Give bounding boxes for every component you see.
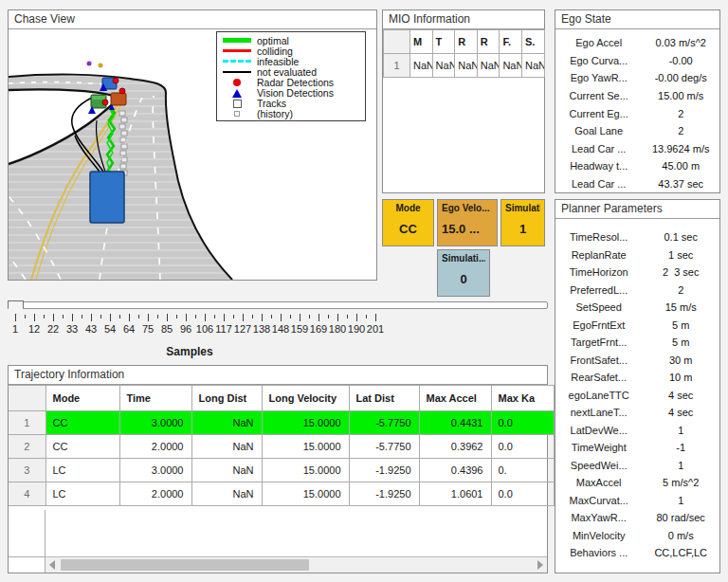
trajectory-cell: NaN: [191, 411, 262, 435]
param-label: TimeWeight: [555, 442, 642, 453]
trajectory-cell: LC: [46, 459, 119, 482]
trajectory-cell: NaN: [191, 435, 262, 459]
legend-item: colliding: [221, 45, 361, 56]
param-value: 0.1 sec: [642, 231, 719, 243]
trajectory-row[interactable]: 2CC2.0000NaN15.0000-5.77500.39620.0: [9, 435, 554, 459]
param-label: nextLaneT...: [555, 407, 642, 418]
triangle-icon: [221, 89, 253, 98]
param-row: FrontSafet...30 m: [555, 352, 719, 370]
mio-column-header: T: [432, 30, 455, 54]
param-label: Headway t...: [555, 160, 642, 172]
mio-title: MIO Information: [383, 10, 544, 29]
param-value: 4 sec: [642, 390, 719, 401]
mio-cell: NaN: [432, 54, 455, 78]
samples-slider-thumb[interactable]: [8, 300, 24, 315]
slider-tick-label: 159: [291, 323, 308, 335]
row-header-column-extension: [9, 510, 46, 558]
legend-item: Radar Detections: [221, 77, 361, 87]
trajectory-column-header: Mode: [46, 386, 119, 411]
slider-tick: [318, 314, 319, 321]
param-value: 4 sec: [642, 407, 719, 418]
param-row: LatDevWe...1: [555, 422, 719, 440]
mio-cell: NaN: [410, 54, 433, 78]
slider-tick-label: 148: [272, 323, 289, 335]
param-label: Lead Car ...: [555, 178, 642, 190]
row-number: 2: [9, 435, 46, 459]
ego-vehicle: [90, 172, 124, 223]
slider-tick: [110, 314, 111, 321]
dashed-icon: [221, 60, 253, 63]
slider-minor-tick: [347, 315, 348, 318]
blue-car: [100, 78, 118, 91]
trajectory-row[interactable]: 3LC3.0000NaN15.0000-1.92500.43960.: [9, 459, 554, 482]
mio-information-panel: MIO Information MTRRF.S. 1NaNNaNNaNNaNNa…: [382, 9, 545, 193]
param-value: 45.00 m: [642, 160, 719, 172]
scrollbar-left-arrow-icon[interactable]: [49, 560, 55, 570]
param-row: SpeedWei...1: [555, 457, 719, 475]
slider-minor-tick: [44, 315, 45, 318]
trajectory-cell: 0.0: [491, 435, 554, 459]
legend-item-label: (history): [253, 108, 293, 119]
param-label: Behaviors ...: [555, 547, 642, 558]
param-label: TimeResol...: [555, 231, 642, 243]
row-number: 1: [384, 54, 410, 78]
param-label: EgoFrntExt: [555, 319, 642, 331]
param-label: Ego Accel: [555, 37, 642, 48]
mio-cell: NaN: [521, 54, 544, 78]
trajectory-row[interactable]: 1CC3.0000NaN15.0000-5.77500.44310.0: [9, 411, 554, 435]
param-row: Ego Curva...-0.00: [555, 52, 719, 70]
trajectory-cell: 15.0000: [262, 411, 349, 435]
radar-detection-icon: [113, 78, 118, 83]
trajectory-cell: 0.0: [491, 411, 554, 435]
mio-row[interactable]: 1NaNNaNNaNNaNNaNNaN: [384, 54, 545, 78]
param-row: Lead Car ...43.37 sec: [555, 175, 719, 193]
param-row: TimeWeight-1: [555, 439, 719, 457]
slider-tick-label: 138: [253, 323, 270, 335]
ego-velocity-box: Ego Velo... 15.0 ...: [437, 199, 498, 246]
param-value: 80 rad/sec: [642, 512, 719, 523]
mio-cell: NaN: [477, 54, 500, 78]
mode-box-value: CC: [387, 222, 429, 236]
slider-tick-label: 64: [123, 323, 135, 335]
chase-view-title: Chase View: [9, 10, 376, 29]
trajectory-column-header: Long Dist: [191, 386, 262, 411]
slider-tick: [129, 314, 130, 321]
param-label: LatDevWe...: [555, 425, 642, 436]
param-label: Ego YawR...: [555, 72, 642, 83]
slider-tick-labels: 1122233435464758596106117127138148159169…: [8, 323, 387, 336]
line-icon: [221, 49, 253, 52]
slider-ticks: [8, 314, 387, 322]
slider-tick: [15, 314, 16, 321]
scrollbar-right-arrow-icon[interactable]: [537, 560, 543, 570]
slider-tick: [72, 314, 73, 321]
mio-cell: NaN: [500, 54, 522, 78]
param-row: Goal Lane2: [555, 122, 719, 140]
slider-tick-label: 201: [367, 323, 384, 335]
trajectory-cell: 0.4396: [419, 459, 491, 482]
far-detections: [87, 62, 103, 68]
param-row: MinVelocity0 m/s: [555, 527, 719, 545]
radar-detection-icon: [102, 100, 108, 105]
trajectory-table[interactable]: ModeTimeLong DistLong VelocityLat DistMa…: [9, 385, 555, 506]
slider-tick-label: 85: [161, 323, 173, 335]
horizontal-scrollbar[interactable]: [46, 556, 547, 573]
param-label: PreferredL...: [555, 284, 642, 296]
param-label: Current Eg...: [555, 108, 642, 119]
param-label: MinVelocity: [555, 530, 642, 541]
param-row: Ego YawR...-0.00 deg/s: [555, 69, 719, 87]
row-number: 1: [9, 411, 46, 435]
trajectory-row[interactable]: 4LC2.0000NaN15.0000-1.92501.06010.0: [9, 482, 554, 506]
param-row: EgoFrntExt5 m: [555, 317, 719, 335]
param-label: Lead Car ...: [555, 143, 642, 155]
mio-column-header: M: [410, 30, 433, 54]
scrollbar-thumb[interactable]: [61, 559, 309, 571]
param-value: -0.00 deg/s: [642, 72, 719, 83]
param-label: Current Se...: [555, 90, 642, 101]
trajectory-cell: NaN: [191, 459, 262, 482]
param-value: 10 m: [642, 372, 719, 383]
planner-parameters-panel: Planner Parameters TimeResol...0.1 secRe…: [555, 199, 720, 573]
mio-table[interactable]: MTRRF.S. 1NaNNaNNaNNaNNaNNaN: [383, 29, 545, 78]
trajectory-cell: 15.0000: [262, 435, 349, 459]
param-label: MaxCurvat...: [555, 495, 642, 506]
samples-slider-track[interactable]: [8, 301, 548, 309]
